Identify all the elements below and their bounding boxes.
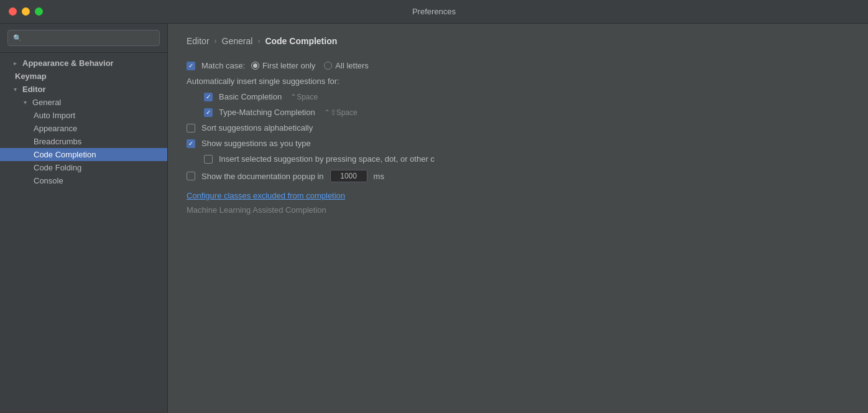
radio-first-letter[interactable]: First letter only (251, 61, 315, 70)
basic-completion-shortcut: ⌃Space (290, 93, 318, 101)
sidebar-label: Breadcrumbs (34, 137, 81, 146)
breadcrumb-separator: › (257, 37, 260, 45)
auto-insert-label: Automatically insert single suggestions … (187, 77, 339, 86)
sidebar-label: Code Completion (34, 150, 96, 159)
radio-btn-first-letter[interactable] (251, 62, 259, 70)
insert-selected-label: Insert selected suggestion by pressing s… (219, 154, 435, 164)
auto-insert-row: Automatically insert single suggestions … (187, 77, 849, 86)
sidebar-item-breadcrumbs[interactable]: Breadcrumbs (0, 135, 167, 148)
insert-selected-row: Insert selected suggestion by pressing s… (187, 154, 849, 164)
radio-all-letters-label: All letters (335, 61, 368, 70)
search-icon: 🔍 (13, 34, 22, 42)
doc-popup-unit: ms (374, 172, 384, 181)
chevron-right-icon (14, 60, 22, 67)
basic-completion-label: Basic Completion (219, 92, 282, 101)
breadcrumb-code-completion: Code Completion (265, 36, 337, 46)
sidebar-label: General (32, 98, 61, 107)
sort-alphabetically-label: Sort suggestions alphabetically (201, 123, 313, 132)
match-case-checkbox[interactable] (187, 62, 195, 70)
maximize-button[interactable] (35, 7, 43, 16)
show-suggestions-label: Show suggestions as you type (201, 139, 311, 148)
sidebar-label: Appearance (34, 124, 77, 133)
traffic-lights (9, 7, 43, 16)
type-matching-row: Type-Matching Completion ⌃⇧Space (187, 108, 849, 117)
search-container: 🔍 (0, 24, 167, 53)
sidebar-items: Appearance & Behavior Keymap Editor Gene… (0, 53, 167, 191)
type-matching-checkbox[interactable] (204, 108, 213, 117)
title-bar: Preferences (0, 0, 868, 24)
radio-first-letter-label: First letter only (262, 61, 315, 70)
radio-btn-all-letters[interactable] (324, 62, 332, 70)
type-matching-shortcut: ⌃⇧Space (324, 108, 358, 117)
configure-link[interactable]: Configure classes excluded from completi… (187, 191, 849, 200)
breadcrumb-separator: › (215, 37, 217, 45)
sidebar-item-code-completion[interactable]: Code Completion (0, 148, 167, 161)
sidebar-label: Appearance & Behavior (22, 58, 114, 68)
sidebar-item-code-folding[interactable]: Code Folding (0, 161, 167, 174)
close-button[interactable] (9, 7, 17, 16)
content-area: Editor › General › Code Completion Match… (168, 24, 868, 413)
sidebar-item-appearance-behavior[interactable]: Appearance & Behavior (0, 57, 167, 70)
search-box[interactable]: 🔍 (7, 30, 160, 46)
chevron-down-icon (14, 86, 22, 93)
sidebar-item-appearance[interactable]: Appearance (0, 122, 167, 135)
show-suggestions-checkbox[interactable] (187, 139, 195, 148)
sidebar-label: Editor (22, 85, 46, 94)
breadcrumb: Editor › General › Code Completion (187, 36, 849, 46)
sidebar-item-editor[interactable]: Editor (0, 83, 167, 96)
main-container: 🔍 Appearance & Behavior Keymap Editor Ge… (0, 24, 868, 413)
ml-heading-label: Machine Learning Assisted Completion (187, 205, 326, 215)
type-matching-label: Type-Matching Completion (219, 108, 315, 117)
sort-alphabetically-checkbox[interactable] (187, 124, 195, 132)
insert-selected-checkbox[interactable] (204, 155, 213, 164)
sidebar-item-keymap[interactable]: Keymap (0, 70, 167, 83)
show-doc-popup-label: Show the documentation popup in (201, 172, 324, 181)
sidebar-label: Code Folding (34, 163, 81, 172)
match-case-row: Match case: First letter only All letter… (187, 61, 849, 70)
sort-alphabetically-row: Sort suggestions alphabetically (187, 123, 849, 132)
breadcrumb-general: General (222, 36, 253, 46)
basic-completion-checkbox[interactable] (204, 93, 213, 101)
chevron-down-icon (24, 99, 32, 106)
sidebar-item-auto-import[interactable]: Auto Import (0, 109, 167, 122)
sidebar-item-console[interactable]: Console (0, 174, 167, 187)
radio-group-match: First letter only All letters (251, 61, 369, 70)
match-case-label: Match case: (201, 61, 245, 70)
basic-completion-row: Basic Completion ⌃Space (187, 92, 849, 101)
breadcrumb-editor: Editor (187, 36, 210, 46)
show-doc-popup-row: Show the documentation popup in ms (187, 170, 849, 182)
doc-popup-value-input[interactable] (330, 170, 367, 182)
sidebar-label: Console (34, 176, 63, 185)
window-title: Preferences (412, 7, 456, 16)
sidebar-label: Auto Import (34, 111, 75, 120)
radio-all-letters[interactable]: All letters (324, 61, 368, 70)
sidebar-item-general[interactable]: General (0, 96, 167, 109)
ml-heading: Machine Learning Assisted Completion (187, 205, 849, 215)
show-suggestions-row: Show suggestions as you type (187, 139, 849, 148)
show-doc-popup-checkbox[interactable] (187, 172, 195, 180)
minimize-button[interactable] (22, 7, 30, 16)
sidebar: 🔍 Appearance & Behavior Keymap Editor Ge… (0, 24, 168, 413)
sidebar-label: Keymap (15, 72, 47, 81)
